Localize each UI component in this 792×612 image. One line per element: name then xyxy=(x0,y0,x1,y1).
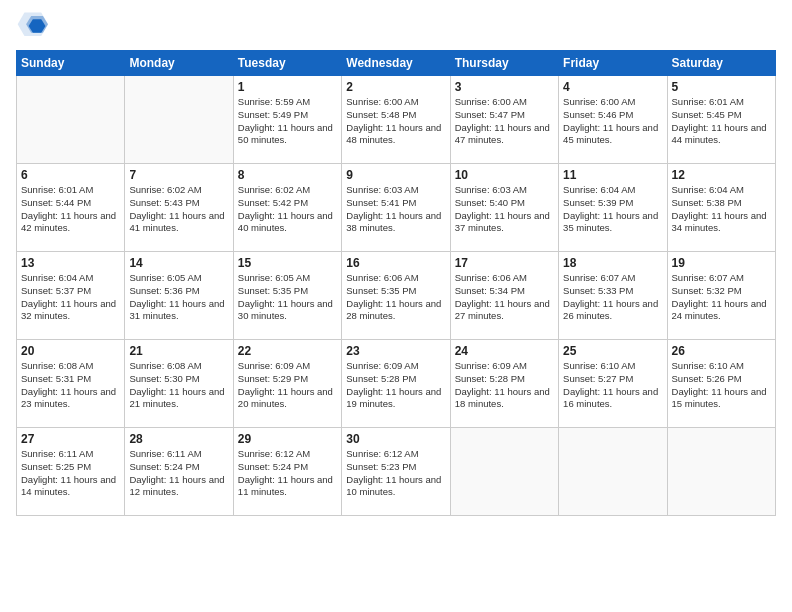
calendar-cell: 5Sunrise: 6:01 AMSunset: 5:45 PMDaylight… xyxy=(667,76,775,164)
day-number: 24 xyxy=(455,344,554,358)
day-detail: Sunrise: 6:09 AMSunset: 5:29 PMDaylight:… xyxy=(238,360,337,411)
calendar-cell: 14Sunrise: 6:05 AMSunset: 5:36 PMDayligh… xyxy=(125,252,233,340)
day-number: 14 xyxy=(129,256,228,270)
day-detail: Sunrise: 6:08 AMSunset: 5:31 PMDaylight:… xyxy=(21,360,120,411)
day-number: 17 xyxy=(455,256,554,270)
calendar-cell: 27Sunrise: 6:11 AMSunset: 5:25 PMDayligh… xyxy=(17,428,125,516)
calendar-cell: 6Sunrise: 6:01 AMSunset: 5:44 PMDaylight… xyxy=(17,164,125,252)
calendar-week-row: 20Sunrise: 6:08 AMSunset: 5:31 PMDayligh… xyxy=(17,340,776,428)
day-detail: Sunrise: 6:08 AMSunset: 5:30 PMDaylight:… xyxy=(129,360,228,411)
day-number: 11 xyxy=(563,168,662,182)
calendar-cell: 8Sunrise: 6:02 AMSunset: 5:42 PMDaylight… xyxy=(233,164,341,252)
day-number: 28 xyxy=(129,432,228,446)
day-number: 5 xyxy=(672,80,771,94)
calendar-cell xyxy=(125,76,233,164)
calendar-cell: 11Sunrise: 6:04 AMSunset: 5:39 PMDayligh… xyxy=(559,164,667,252)
calendar-cell: 1Sunrise: 5:59 AMSunset: 5:49 PMDaylight… xyxy=(233,76,341,164)
day-detail: Sunrise: 6:05 AMSunset: 5:35 PMDaylight:… xyxy=(238,272,337,323)
calendar-cell: 13Sunrise: 6:04 AMSunset: 5:37 PMDayligh… xyxy=(17,252,125,340)
day-number: 10 xyxy=(455,168,554,182)
calendar-cell: 9Sunrise: 6:03 AMSunset: 5:41 PMDaylight… xyxy=(342,164,450,252)
day-detail: Sunrise: 6:05 AMSunset: 5:36 PMDaylight:… xyxy=(129,272,228,323)
weekday-header: Monday xyxy=(125,51,233,76)
calendar-table: SundayMondayTuesdayWednesdayThursdayFrid… xyxy=(16,50,776,516)
calendar-cell: 16Sunrise: 6:06 AMSunset: 5:35 PMDayligh… xyxy=(342,252,450,340)
day-number: 30 xyxy=(346,432,445,446)
day-detail: Sunrise: 6:12 AMSunset: 5:23 PMDaylight:… xyxy=(346,448,445,499)
day-number: 2 xyxy=(346,80,445,94)
day-detail: Sunrise: 6:07 AMSunset: 5:32 PMDaylight:… xyxy=(672,272,771,323)
day-detail: Sunrise: 6:10 AMSunset: 5:26 PMDaylight:… xyxy=(672,360,771,411)
day-detail: Sunrise: 6:00 AMSunset: 5:46 PMDaylight:… xyxy=(563,96,662,147)
weekday-header: Sunday xyxy=(17,51,125,76)
day-detail: Sunrise: 6:06 AMSunset: 5:34 PMDaylight:… xyxy=(455,272,554,323)
day-number: 12 xyxy=(672,168,771,182)
day-detail: Sunrise: 5:59 AMSunset: 5:49 PMDaylight:… xyxy=(238,96,337,147)
day-number: 21 xyxy=(129,344,228,358)
page-header xyxy=(16,12,776,40)
day-detail: Sunrise: 6:07 AMSunset: 5:33 PMDaylight:… xyxy=(563,272,662,323)
calendar-cell: 21Sunrise: 6:08 AMSunset: 5:30 PMDayligh… xyxy=(125,340,233,428)
logo xyxy=(16,12,52,40)
calendar-cell: 22Sunrise: 6:09 AMSunset: 5:29 PMDayligh… xyxy=(233,340,341,428)
day-detail: Sunrise: 6:04 AMSunset: 5:38 PMDaylight:… xyxy=(672,184,771,235)
day-number: 27 xyxy=(21,432,120,446)
day-detail: Sunrise: 6:01 AMSunset: 5:45 PMDaylight:… xyxy=(672,96,771,147)
day-number: 15 xyxy=(238,256,337,270)
day-number: 25 xyxy=(563,344,662,358)
day-detail: Sunrise: 6:11 AMSunset: 5:25 PMDaylight:… xyxy=(21,448,120,499)
day-detail: Sunrise: 6:09 AMSunset: 5:28 PMDaylight:… xyxy=(346,360,445,411)
calendar-cell: 17Sunrise: 6:06 AMSunset: 5:34 PMDayligh… xyxy=(450,252,558,340)
day-number: 13 xyxy=(21,256,120,270)
calendar-cell: 12Sunrise: 6:04 AMSunset: 5:38 PMDayligh… xyxy=(667,164,775,252)
calendar-cell xyxy=(17,76,125,164)
day-number: 3 xyxy=(455,80,554,94)
day-number: 7 xyxy=(129,168,228,182)
day-number: 8 xyxy=(238,168,337,182)
day-number: 20 xyxy=(21,344,120,358)
day-number: 26 xyxy=(672,344,771,358)
calendar-cell: 4Sunrise: 6:00 AMSunset: 5:46 PMDaylight… xyxy=(559,76,667,164)
day-detail: Sunrise: 6:04 AMSunset: 5:37 PMDaylight:… xyxy=(21,272,120,323)
day-number: 22 xyxy=(238,344,337,358)
calendar-cell: 24Sunrise: 6:09 AMSunset: 5:28 PMDayligh… xyxy=(450,340,558,428)
calendar-header-row: SundayMondayTuesdayWednesdayThursdayFrid… xyxy=(17,51,776,76)
calendar-cell: 25Sunrise: 6:10 AMSunset: 5:27 PMDayligh… xyxy=(559,340,667,428)
calendar-cell xyxy=(559,428,667,516)
calendar-cell: 20Sunrise: 6:08 AMSunset: 5:31 PMDayligh… xyxy=(17,340,125,428)
calendar-cell: 3Sunrise: 6:00 AMSunset: 5:47 PMDaylight… xyxy=(450,76,558,164)
day-number: 18 xyxy=(563,256,662,270)
day-detail: Sunrise: 6:06 AMSunset: 5:35 PMDaylight:… xyxy=(346,272,445,323)
day-number: 16 xyxy=(346,256,445,270)
calendar-cell: 23Sunrise: 6:09 AMSunset: 5:28 PMDayligh… xyxy=(342,340,450,428)
calendar-cell: 10Sunrise: 6:03 AMSunset: 5:40 PMDayligh… xyxy=(450,164,558,252)
calendar-cell: 15Sunrise: 6:05 AMSunset: 5:35 PMDayligh… xyxy=(233,252,341,340)
calendar-week-row: 6Sunrise: 6:01 AMSunset: 5:44 PMDaylight… xyxy=(17,164,776,252)
weekday-header: Friday xyxy=(559,51,667,76)
day-detail: Sunrise: 6:03 AMSunset: 5:41 PMDaylight:… xyxy=(346,184,445,235)
calendar-cell: 19Sunrise: 6:07 AMSunset: 5:32 PMDayligh… xyxy=(667,252,775,340)
weekday-header: Thursday xyxy=(450,51,558,76)
day-number: 4 xyxy=(563,80,662,94)
calendar-cell: 29Sunrise: 6:12 AMSunset: 5:24 PMDayligh… xyxy=(233,428,341,516)
day-detail: Sunrise: 6:00 AMSunset: 5:47 PMDaylight:… xyxy=(455,96,554,147)
day-number: 9 xyxy=(346,168,445,182)
day-detail: Sunrise: 6:01 AMSunset: 5:44 PMDaylight:… xyxy=(21,184,120,235)
day-number: 23 xyxy=(346,344,445,358)
weekday-header: Saturday xyxy=(667,51,775,76)
day-detail: Sunrise: 6:04 AMSunset: 5:39 PMDaylight:… xyxy=(563,184,662,235)
day-detail: Sunrise: 6:00 AMSunset: 5:48 PMDaylight:… xyxy=(346,96,445,147)
day-number: 19 xyxy=(672,256,771,270)
day-number: 6 xyxy=(21,168,120,182)
day-detail: Sunrise: 6:02 AMSunset: 5:43 PMDaylight:… xyxy=(129,184,228,235)
day-detail: Sunrise: 6:10 AMSunset: 5:27 PMDaylight:… xyxy=(563,360,662,411)
day-detail: Sunrise: 6:11 AMSunset: 5:24 PMDaylight:… xyxy=(129,448,228,499)
logo-icon xyxy=(16,12,48,40)
calendar-cell: 18Sunrise: 6:07 AMSunset: 5:33 PMDayligh… xyxy=(559,252,667,340)
calendar-cell: 2Sunrise: 6:00 AMSunset: 5:48 PMDaylight… xyxy=(342,76,450,164)
calendar-cell xyxy=(450,428,558,516)
calendar-cell: 7Sunrise: 6:02 AMSunset: 5:43 PMDaylight… xyxy=(125,164,233,252)
day-number: 1 xyxy=(238,80,337,94)
weekday-header: Tuesday xyxy=(233,51,341,76)
day-detail: Sunrise: 6:02 AMSunset: 5:42 PMDaylight:… xyxy=(238,184,337,235)
